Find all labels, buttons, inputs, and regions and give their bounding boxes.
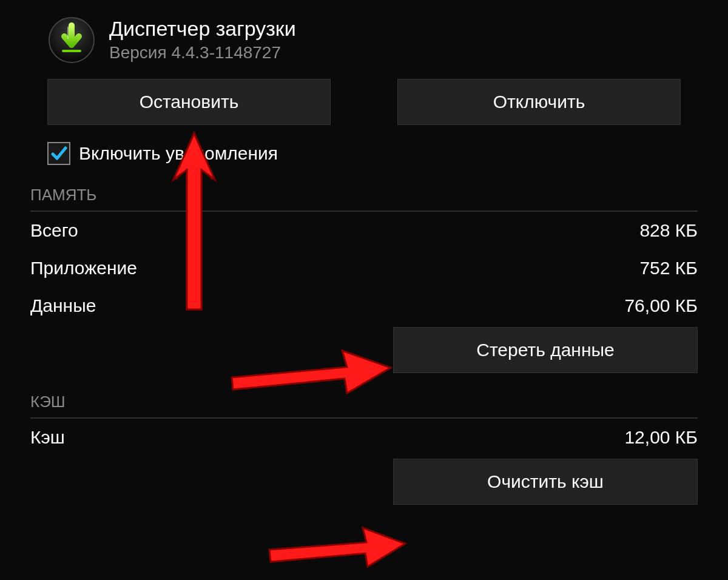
total-row: Всего 828 КБ — [0, 212, 728, 249]
cache-section-header: КЭШ — [0, 388, 728, 415]
app-size-value: 752 КБ — [639, 258, 698, 278]
annotation-arrow-icon — [265, 513, 410, 580]
notifications-checkbox[interactable] — [47, 142, 70, 165]
app-title-block: Диспетчер загрузки Версия 4.4.3-1148727 — [109, 18, 296, 62]
clear-data-button[interactable]: Стереть данные — [393, 327, 698, 373]
notifications-row[interactable]: Включить уведомления — [0, 138, 728, 181]
clear-cache-row: Очистить кэш — [0, 456, 728, 519]
app-row: Приложение 752 КБ — [0, 249, 728, 287]
data-size-label: Данные — [30, 295, 96, 316]
svg-rect-1 — [62, 50, 81, 52]
app-header: Диспетчер загрузки Версия 4.4.3-1148727 — [0, 0, 728, 75]
data-row: Данные 76,00 КБ — [0, 287, 728, 325]
clear-cache-button[interactable]: Очистить кэш — [393, 459, 698, 505]
app-title: Диспетчер загрузки — [109, 18, 296, 40]
app-version: Версия 4.4.3-1148727 — [109, 43, 296, 62]
notifications-label: Включить уведомления — [79, 143, 278, 164]
clear-data-row: Стереть данные — [0, 325, 728, 388]
top-button-row: Остановить Отключить — [0, 75, 728, 138]
total-label: Всего — [30, 220, 78, 241]
cache-label: Кэш — [30, 427, 65, 448]
download-manager-icon — [47, 16, 96, 64]
total-value: 828 КБ — [639, 220, 698, 241]
disable-button[interactable]: Отключить — [397, 79, 681, 125]
stop-button[interactable]: Остановить — [47, 79, 331, 125]
data-size-value: 76,00 КБ — [624, 295, 698, 316]
cache-row: Кэш 12,00 КБ — [0, 419, 728, 456]
memory-section-header: ПАМЯТЬ — [0, 181, 728, 208]
cache-value: 12,00 КБ — [624, 427, 698, 448]
app-size-label: Приложение — [30, 258, 137, 278]
